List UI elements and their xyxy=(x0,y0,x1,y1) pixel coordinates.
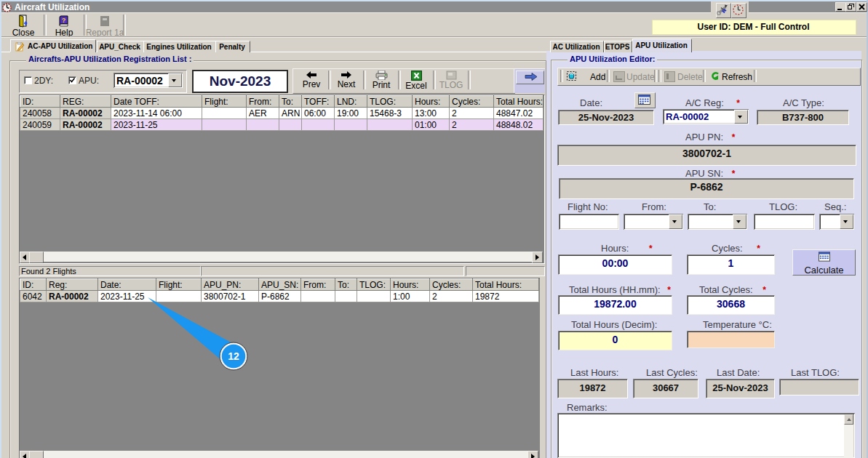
svg-text:12: 12 xyxy=(228,350,239,362)
